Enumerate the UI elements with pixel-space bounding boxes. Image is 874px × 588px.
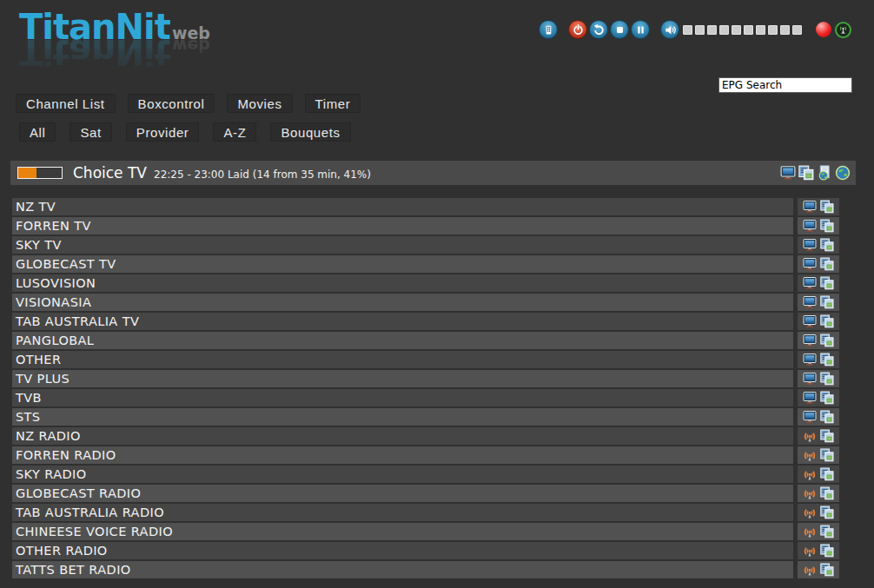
epg-list-icon[interactable]: [820, 525, 835, 539]
epg-list-icon[interactable]: [820, 353, 835, 367]
tv-icon[interactable]: [803, 334, 818, 348]
epg-list-icon[interactable]: [820, 276, 835, 291]
volume-segment[interactable]: [683, 25, 692, 35]
channel-row[interactable]: CHINEESE VOICE RADIO: [12, 523, 839, 540]
channel-name[interactable]: NZ RADIO: [12, 427, 793, 445]
epg-page-icon[interactable]: [816, 165, 832, 182]
radio-icon[interactable]: [803, 467, 818, 482]
epg-list-icon[interactable]: [820, 257, 835, 272]
epg-list-icon[interactable]: [820, 544, 835, 558]
radio-icon[interactable]: [803, 429, 818, 444]
channel-name[interactable]: TAB AUSTRALIA TV: [12, 313, 793, 330]
volume-segment[interactable]: [780, 25, 790, 35]
epg-list-icon[interactable]: [820, 448, 835, 463]
radio-icon[interactable]: [803, 563, 818, 578]
refresh-icon[interactable]: [589, 20, 608, 39]
channel-name[interactable]: SKY TV: [12, 236, 793, 254]
channel-row[interactable]: STS: [12, 408, 839, 426]
channel-row[interactable]: TVB: [12, 389, 839, 406]
power-icon[interactable]: [568, 20, 587, 39]
epg-list-icon[interactable]: [820, 563, 835, 578]
tv-icon[interactable]: [803, 200, 818, 215]
channel-row[interactable]: SKY TV: [12, 236, 839, 254]
volume-segment[interactable]: [695, 25, 705, 35]
radio-icon[interactable]: [803, 544, 818, 558]
epg-list-icon[interactable]: [820, 486, 835, 501]
channel-row[interactable]: FORREN TV: [12, 217, 839, 235]
channel-row[interactable]: GLOBECAST TV: [12, 255, 839, 273]
channel-name[interactable]: OTHER RADIO: [12, 542, 793, 559]
speaker-icon[interactable]: [660, 20, 679, 39]
filter-all[interactable]: All: [19, 122, 56, 142]
channel-row[interactable]: OTHER: [12, 351, 839, 368]
channel-name[interactable]: STS: [12, 408, 793, 426]
channel-name[interactable]: TAB AUSTRALIA RADIO: [12, 504, 793, 521]
tv-icon[interactable]: [803, 372, 818, 386]
tab-boxcontrol[interactable]: Boxcontrol: [128, 94, 215, 113]
tv-icon[interactable]: [803, 314, 818, 329]
tv-icon[interactable]: [803, 276, 818, 291]
channel-name[interactable]: GLOBECAST TV: [12, 255, 793, 273]
record-icon[interactable]: [816, 22, 831, 37]
epg-list-icon[interactable]: [820, 467, 835, 482]
channel-row[interactable]: TATTS BET RADIO: [12, 561, 839, 578]
web-globe-icon[interactable]: [834, 165, 851, 182]
epg-list-icon[interactable]: [820, 314, 835, 329]
channel-name[interactable]: NZ TV: [12, 198, 793, 215]
channel-row[interactable]: TAB AUSTRALIA TV: [12, 313, 839, 330]
epg-list-icon[interactable]: [820, 410, 835, 425]
epg-list-icon[interactable]: [820, 391, 835, 406]
volume-segment[interactable]: [719, 25, 729, 35]
epg-list-icon[interactable]: [820, 238, 835, 253]
channel-row[interactable]: PANGLOBAL: [12, 332, 839, 349]
epg-list-icon[interactable]: [820, 505, 835, 520]
channel-row[interactable]: OTHER RADIO: [12, 542, 839, 559]
radio-icon[interactable]: [803, 505, 818, 520]
epg-list-icon[interactable]: [820, 219, 835, 234]
epg-list-icon[interactable]: [820, 295, 835, 310]
epg-list-icon[interactable]: [820, 429, 835, 444]
filter-a-z[interactable]: A-Z: [213, 122, 256, 142]
stop-icon[interactable]: [610, 20, 629, 39]
epg-list-icon[interactable]: [820, 200, 835, 215]
channel-row[interactable]: TAB AUSTRALIA RADIO: [12, 504, 839, 521]
tv-icon[interactable]: [803, 353, 818, 367]
channel-row[interactable]: TV PLUS: [12, 370, 839, 387]
channel-name[interactable]: FORREN RADIO: [12, 446, 793, 464]
channel-name[interactable]: VISIONASIA: [12, 294, 793, 311]
tv-icon[interactable]: [803, 295, 818, 310]
channel-name[interactable]: PANGLOBAL: [12, 332, 793, 349]
volume-segment[interactable]: [768, 25, 778, 35]
channel-row[interactable]: LUSOVISION: [12, 274, 839, 292]
volume-segment[interactable]: [732, 25, 741, 35]
channel-name[interactable]: SKY RADIO: [12, 466, 793, 483]
volume-segment[interactable]: [756, 25, 765, 35]
channel-row[interactable]: VISIONASIA: [12, 294, 839, 311]
tab-movies[interactable]: Movies: [227, 94, 292, 113]
remote-icon[interactable]: [539, 20, 558, 39]
volume-segment[interactable]: [792, 25, 802, 35]
channel-name[interactable]: LUSOVISION: [12, 274, 793, 292]
tv-icon[interactable]: [803, 219, 818, 234]
filter-sat[interactable]: Sat: [70, 122, 111, 142]
channel-name[interactable]: TATTS BET RADIO: [12, 561, 793, 578]
channel-name[interactable]: OTHER: [12, 351, 793, 368]
channel-row[interactable]: FORREN RADIO: [12, 446, 839, 464]
channel-name[interactable]: FORREN TV: [12, 217, 793, 235]
channel-name[interactable]: TV PLUS: [12, 370, 793, 387]
epg-list-icon[interactable]: [820, 372, 835, 386]
channel-row[interactable]: GLOBECAST RADIO: [12, 485, 839, 502]
filter-bouquets[interactable]: Bouquets: [270, 122, 350, 142]
tv-icon[interactable]: [779, 165, 796, 182]
pause-icon[interactable]: [631, 20, 650, 39]
tv-icon[interactable]: [803, 238, 818, 253]
epg-list-icon[interactable]: [798, 165, 814, 182]
tab-timer[interactable]: Timer: [305, 94, 361, 113]
channel-row[interactable]: SKY RADIO: [12, 466, 839, 483]
channel-row[interactable]: NZ TV: [12, 198, 839, 215]
radio-icon[interactable]: [803, 486, 818, 501]
signal-icon[interactable]: [835, 22, 851, 38]
tab-channel-list[interactable]: Channel List: [16, 94, 116, 113]
tv-icon[interactable]: [803, 410, 818, 425]
channel-row[interactable]: NZ RADIO: [12, 427, 839, 445]
